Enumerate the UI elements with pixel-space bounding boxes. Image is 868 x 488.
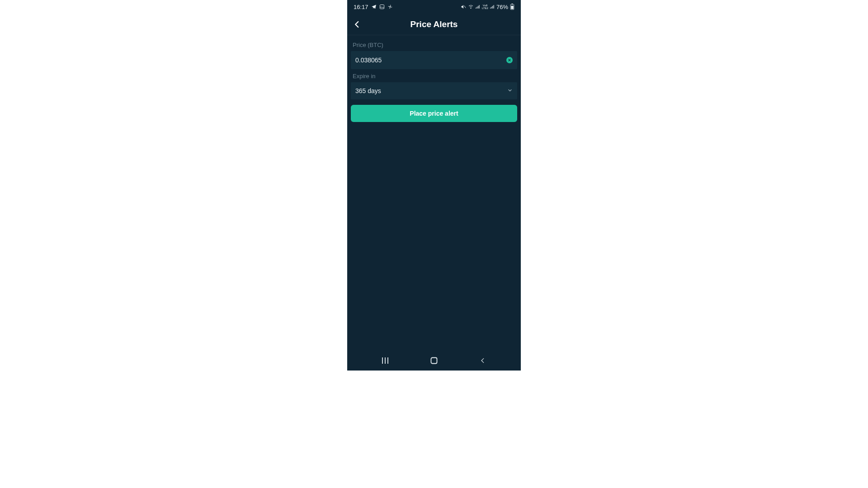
svg-rect-20 <box>431 358 437 364</box>
back-nav-button[interactable] <box>469 357 496 364</box>
status-right: Vo8LTE2 76% <box>461 4 514 10</box>
svg-line-2 <box>464 6 466 8</box>
svg-rect-11 <box>493 5 494 9</box>
svg-rect-9 <box>491 7 491 9</box>
price-input[interactable] <box>355 56 506 64</box>
chevron-left-icon <box>353 20 361 28</box>
svg-rect-6 <box>478 6 478 9</box>
mute-icon <box>461 4 466 9</box>
svg-point-1 <box>390 6 391 7</box>
svg-rect-4 <box>476 8 476 9</box>
svg-rect-10 <box>492 6 493 9</box>
recents-icon <box>381 357 390 365</box>
page-title: Price Alerts <box>347 19 521 29</box>
android-nav-bar <box>347 351 521 371</box>
svg-rect-8 <box>490 8 491 9</box>
expire-select[interactable]: 365 days <box>351 82 517 99</box>
home-button[interactable] <box>420 357 448 364</box>
status-bar: 16:17 Vo8LTE2 76% <box>347 0 521 14</box>
status-time: 16:17 <box>354 4 368 10</box>
chevron-down-icon <box>507 87 513 95</box>
price-label: Price (BTC) <box>349 38 519 51</box>
close-icon <box>508 58 511 62</box>
back-nav-icon <box>480 357 486 364</box>
signal-icon-2 <box>490 4 495 9</box>
price-input-row[interactable] <box>351 51 517 69</box>
battery-icon <box>510 4 514 10</box>
recents-button[interactable] <box>372 357 399 365</box>
telegram-icon <box>371 4 377 9</box>
svg-rect-7 <box>479 5 480 9</box>
svg-point-3 <box>471 8 472 9</box>
svg-rect-14 <box>511 6 513 9</box>
volte-icon: Vo8LTE2 <box>482 4 488 9</box>
svg-rect-5 <box>477 7 477 9</box>
wifi-icon <box>468 4 474 9</box>
back-button[interactable] <box>347 14 367 34</box>
status-left: 16:17 <box>354 4 393 10</box>
expire-value: 365 days <box>355 87 507 94</box>
image-icon <box>379 4 385 9</box>
expire-label: Expire in <box>349 69 519 82</box>
clear-input-button[interactable] <box>506 57 513 63</box>
app-header: Price Alerts <box>347 14 521 35</box>
home-icon <box>430 357 438 364</box>
phone-frame: 16:17 Vo8LTE2 76% <box>347 0 521 371</box>
fan-icon <box>387 4 393 9</box>
signal-icon-1 <box>476 4 480 9</box>
svg-rect-0 <box>380 5 384 9</box>
place-alert-label: Place price alert <box>410 110 458 117</box>
place-alert-button[interactable]: Place price alert <box>351 105 517 122</box>
svg-rect-13 <box>511 4 513 5</box>
battery-percent: 76% <box>496 4 508 10</box>
form-content: Price (BTC) Expire in 365 days Place pri… <box>347 35 521 351</box>
